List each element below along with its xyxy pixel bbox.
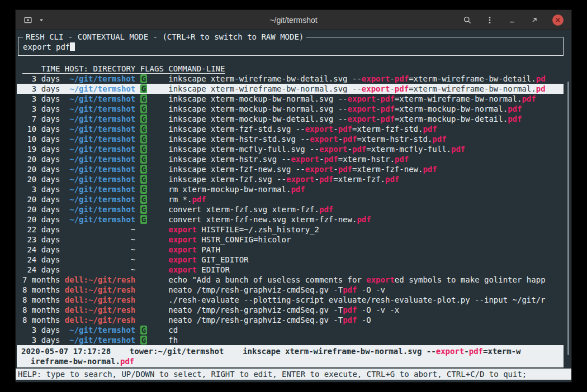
- text-cursor: [70, 42, 75, 51]
- row-command: inkscape xterm-mockup-bw-normal.svg --ex…: [168, 104, 564, 114]
- history-row[interactable]: 23 days ~ export HSTR_CONFIG=hicolor: [17, 235, 564, 245]
- history-row[interactable]: 8 months dell:~/git/resh ./resh-evaluate…: [17, 295, 564, 305]
- history-row[interactable]: 19 days ~/git/termshot G inkscape xterm-…: [17, 144, 564, 154]
- row-time: 8 months: [22, 315, 60, 325]
- titlebar: ~/git/termshot: [16, 10, 571, 30]
- history-row[interactable]: 24 days ~ export EDITOR: [17, 265, 564, 275]
- scrollbar[interactable]: [567, 82, 569, 355]
- row-command: inkscape xterm-fzf.svg --export-pdf=xter…: [168, 174, 564, 184]
- row-command: export HSTR_CONFIG=hicolor: [168, 235, 564, 245]
- history-rows: 3 days ~/git/termshot G inkscape xterm-w…: [17, 74, 564, 345]
- history-row[interactable]: 3 days ~/git/termshot G inkscape xterm-w…: [17, 84, 564, 94]
- row-host-directory: ~/git/termshot: [65, 104, 135, 114]
- menu-kebab-icon[interactable]: [485, 16, 494, 25]
- terminal-content: RESH CLI - CONTEXTUAL MODE - (CTRL+R to …: [16, 30, 571, 382]
- git-flag-badge: G: [140, 135, 147, 144]
- row-time: 20 days: [22, 214, 60, 224]
- row-time: 3 days: [22, 84, 60, 94]
- row-time: 3 days: [22, 104, 60, 114]
- row-time: 20 days: [22, 164, 60, 174]
- row-time: 3 days: [22, 335, 60, 345]
- restore-button[interactable]: [530, 16, 539, 25]
- search-input[interactable]: export pdf: [23, 42, 558, 52]
- git-flag-badge: G: [140, 195, 147, 204]
- row-host-directory: ~: [65, 245, 135, 255]
- row-flags: G: [140, 134, 164, 144]
- row-flags: G: [140, 94, 164, 104]
- history-row[interactable]: 10 days ~/git/termshot G inkscape xterm-…: [17, 134, 564, 144]
- row-command: inkscape xterm-fzf-std.svg --export-pdf=…: [168, 124, 564, 134]
- git-flag-badge: G: [140, 205, 147, 214]
- row-command: ./resh-evaluate --plotting-script evalua…: [168, 295, 564, 305]
- row-command: inkscape xterm-wireframe-bw-normal.svg -…: [168, 84, 564, 94]
- history-row[interactable]: 24 days ~ export GIT_EDITOR: [17, 255, 564, 265]
- row-flags: G: [140, 124, 164, 134]
- git-flag-badge: G: [140, 165, 147, 174]
- terminal-window: ~/git/termshot: [16, 10, 571, 382]
- history-row[interactable]: 10 days ~/git/termshot G inkscape xterm-…: [17, 124, 564, 134]
- git-flag-badge: G: [140, 84, 147, 93]
- history-row[interactable]: 3 days ~/git/termshot G inkscape xterm-m…: [17, 94, 564, 104]
- row-command: inkscape xterm-hstr-std.svg --export-pdf…: [168, 134, 564, 144]
- row-time: 10 days: [22, 134, 60, 144]
- minimize-button[interactable]: [508, 16, 517, 25]
- row-host-directory: ~/git/termshot: [65, 94, 135, 104]
- row-time: 3 days: [22, 94, 60, 104]
- row-command: rm *.pdf: [168, 194, 564, 204]
- search-icon[interactable]: [463, 16, 472, 25]
- row-time: 3 days: [22, 325, 60, 335]
- row-host-directory: ~/git/termshot: [65, 194, 135, 204]
- history-row[interactable]: 24 days ~ export PATH: [17, 245, 564, 255]
- history-row[interactable]: 8 months dell:~/git/resh neato /tmp/resh…: [17, 305, 564, 315]
- history-row[interactable]: 7 days ~/git/termshot G inkscape xterm-m…: [17, 114, 564, 124]
- row-host-directory: ~: [65, 255, 135, 265]
- history-row[interactable]: 8 months dell:~/git/resh neato /tmp/resh…: [17, 285, 564, 295]
- row-host-directory: ~/git/termshot: [65, 164, 135, 174]
- history-row[interactable]: 3 days ~/git/termshot G cd: [17, 325, 564, 335]
- row-command: export PATH: [168, 245, 564, 255]
- row-command: echo "Add a bunch of useless comments fo…: [168, 275, 564, 285]
- git-flag-badge: G: [140, 326, 147, 334]
- row-command: cd: [168, 325, 564, 335]
- history-row[interactable]: 20 days ~/git/termshot G inkscape xterm-…: [17, 164, 564, 174]
- git-flag-badge: G: [140, 145, 147, 154]
- git-flag-badge: G: [140, 175, 147, 184]
- row-flags: G: [140, 164, 164, 174]
- row-time: 24 days: [22, 265, 60, 275]
- row-flags: G: [140, 184, 164, 194]
- row-time: 20 days: [22, 204, 60, 214]
- history-row[interactable]: 3 days ~/git/termshot G inkscape xterm-m…: [17, 104, 564, 114]
- history-row[interactable]: 3 days ~/git/termshot G fh: [17, 335, 564, 345]
- history-row[interactable]: 20 days ~/git/termshot G convert xterm-f…: [17, 204, 564, 214]
- history-row[interactable]: 20 days ~/git/termshot G convert xterm-f…: [17, 214, 564, 224]
- history-row[interactable]: 3 days ~/git/termshot G inkscape xterm-w…: [17, 74, 564, 84]
- row-time: 8 months: [22, 305, 60, 315]
- history-row[interactable]: 22 days ~ export HISTFILE=~/.zsh_history…: [17, 224, 564, 235]
- row-flags: G: [140, 214, 164, 224]
- history-row[interactable]: 20 days ~/git/termshot G inkscape xterm-…: [17, 154, 564, 164]
- row-time: 20 days: [22, 174, 60, 184]
- close-button[interactable]: [552, 15, 564, 26]
- resh-search-box[interactable]: RESH CLI - CONTEXTUAL MODE - (CTRL+R to …: [18, 37, 564, 56]
- history-row[interactable]: 8 months dell:~/git/resh neato /tmp/resh…: [17, 315, 564, 325]
- history-row[interactable]: 7 months dell:~/git/resh echo "Add a bun…: [17, 275, 564, 285]
- row-flags: G: [140, 114, 164, 124]
- detail-line: ireframe-bw-normal.pdf: [21, 356, 564, 366]
- row-time: 8 months: [22, 295, 60, 305]
- row-command: convert xterm-fzf-new.svg xterm-fzf-new.…: [168, 214, 564, 224]
- git-flag-badge: G: [140, 125, 147, 133]
- row-flags: G: [140, 194, 164, 204]
- history-row[interactable]: 20 days ~/git/termshot G inkscape xterm-…: [17, 174, 564, 184]
- git-flag-badge: G: [140, 336, 147, 345]
- row-command: rm xterm-mockup-bw-normal.pdf: [168, 184, 564, 194]
- new-tab-dropdown-icon[interactable]: [37, 16, 46, 25]
- row-command: inkscape xterm-mcfly-full.svg --export-p…: [168, 144, 564, 154]
- history-row[interactable]: 3 days ~/git/termshot G rm xterm-mockup-…: [17, 184, 564, 194]
- row-time: 23 days: [22, 235, 60, 245]
- new-tab-button[interactable]: [23, 16, 32, 25]
- row-flags: G: [140, 144, 164, 154]
- row-host-directory: ~/git/termshot: [65, 84, 135, 94]
- row-command: fh: [168, 335, 564, 345]
- row-flags: G: [140, 154, 164, 164]
- history-row[interactable]: 20 days ~/git/termshot G rm *.pdf: [17, 194, 564, 204]
